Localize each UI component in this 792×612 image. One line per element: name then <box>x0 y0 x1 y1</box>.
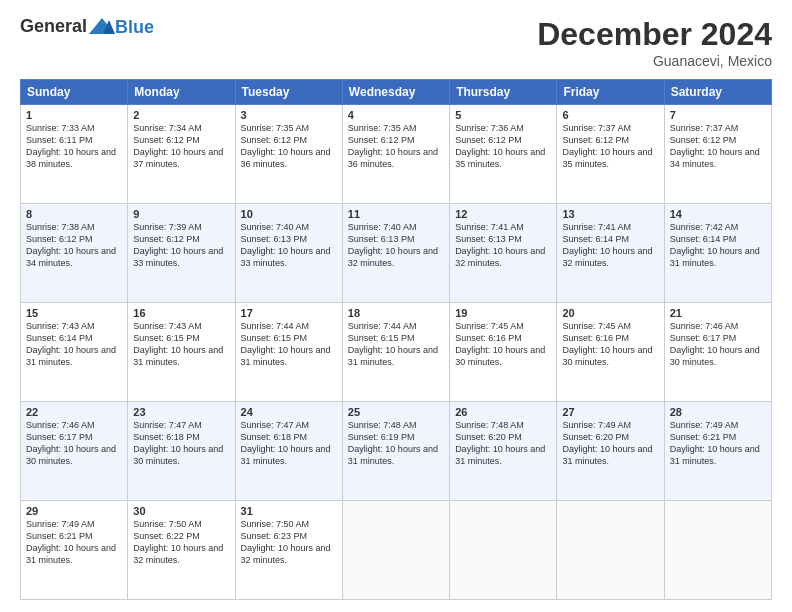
calendar-cell <box>450 501 557 600</box>
day-info: Sunrise: 7:35 AMSunset: 6:12 PMDaylight:… <box>348 122 444 171</box>
col-saturday: Saturday <box>664 80 771 105</box>
calendar-cell: 6Sunrise: 7:37 AMSunset: 6:12 PMDaylight… <box>557 105 664 204</box>
col-wednesday: Wednesday <box>342 80 449 105</box>
calendar-cell: 31Sunrise: 7:50 AMSunset: 6:23 PMDayligh… <box>235 501 342 600</box>
day-info: Sunrise: 7:41 AMSunset: 6:13 PMDaylight:… <box>455 221 551 270</box>
calendar-cell <box>557 501 664 600</box>
day-number: 7 <box>670 109 766 121</box>
day-info: Sunrise: 7:49 AMSunset: 6:20 PMDaylight:… <box>562 419 658 468</box>
calendar-row-4: 29Sunrise: 7:49 AMSunset: 6:21 PMDayligh… <box>21 501 772 600</box>
day-info: Sunrise: 7:44 AMSunset: 6:15 PMDaylight:… <box>241 320 337 369</box>
calendar-cell: 4Sunrise: 7:35 AMSunset: 6:12 PMDaylight… <box>342 105 449 204</box>
col-tuesday: Tuesday <box>235 80 342 105</box>
day-info: Sunrise: 7:49 AMSunset: 6:21 PMDaylight:… <box>670 419 766 468</box>
day-info: Sunrise: 7:48 AMSunset: 6:20 PMDaylight:… <box>455 419 551 468</box>
day-number: 31 <box>241 505 337 517</box>
calendar-cell: 12Sunrise: 7:41 AMSunset: 6:13 PMDayligh… <box>450 204 557 303</box>
day-number: 30 <box>133 505 229 517</box>
title-block: December 2024 Guanacevi, Mexico <box>537 16 772 69</box>
day-number: 20 <box>562 307 658 319</box>
calendar-cell: 27Sunrise: 7:49 AMSunset: 6:20 PMDayligh… <box>557 402 664 501</box>
calendar-cell: 2Sunrise: 7:34 AMSunset: 6:12 PMDaylight… <box>128 105 235 204</box>
calendar-cell: 5Sunrise: 7:36 AMSunset: 6:12 PMDaylight… <box>450 105 557 204</box>
day-number: 24 <box>241 406 337 418</box>
day-info: Sunrise: 7:47 AMSunset: 6:18 PMDaylight:… <box>241 419 337 468</box>
day-info: Sunrise: 7:37 AMSunset: 6:12 PMDaylight:… <box>670 122 766 171</box>
day-info: Sunrise: 7:36 AMSunset: 6:12 PMDaylight:… <box>455 122 551 171</box>
day-info: Sunrise: 7:40 AMSunset: 6:13 PMDaylight:… <box>241 221 337 270</box>
day-number: 19 <box>455 307 551 319</box>
day-number: 26 <box>455 406 551 418</box>
day-info: Sunrise: 7:39 AMSunset: 6:12 PMDaylight:… <box>133 221 229 270</box>
calendar-cell: 10Sunrise: 7:40 AMSunset: 6:13 PMDayligh… <box>235 204 342 303</box>
calendar-row-0: 1Sunrise: 7:33 AMSunset: 6:11 PMDaylight… <box>21 105 772 204</box>
calendar-row-2: 15Sunrise: 7:43 AMSunset: 6:14 PMDayligh… <box>21 303 772 402</box>
logo-blue: Blue <box>115 17 154 38</box>
day-info: Sunrise: 7:47 AMSunset: 6:18 PMDaylight:… <box>133 419 229 468</box>
day-info: Sunrise: 7:41 AMSunset: 6:14 PMDaylight:… <box>562 221 658 270</box>
day-number: 10 <box>241 208 337 220</box>
day-number: 13 <box>562 208 658 220</box>
calendar-cell: 9Sunrise: 7:39 AMSunset: 6:12 PMDaylight… <box>128 204 235 303</box>
day-info: Sunrise: 7:45 AMSunset: 6:16 PMDaylight:… <box>455 320 551 369</box>
calendar-cell: 22Sunrise: 7:46 AMSunset: 6:17 PMDayligh… <box>21 402 128 501</box>
calendar-cell: 20Sunrise: 7:45 AMSunset: 6:16 PMDayligh… <box>557 303 664 402</box>
day-number: 2 <box>133 109 229 121</box>
day-number: 28 <box>670 406 766 418</box>
day-info: Sunrise: 7:44 AMSunset: 6:15 PMDaylight:… <box>348 320 444 369</box>
day-info: Sunrise: 7:42 AMSunset: 6:14 PMDaylight:… <box>670 221 766 270</box>
col-friday: Friday <box>557 80 664 105</box>
day-number: 17 <box>241 307 337 319</box>
calendar-cell: 23Sunrise: 7:47 AMSunset: 6:18 PMDayligh… <box>128 402 235 501</box>
col-thursday: Thursday <box>450 80 557 105</box>
calendar-cell <box>342 501 449 600</box>
day-info: Sunrise: 7:50 AMSunset: 6:22 PMDaylight:… <box>133 518 229 567</box>
logo-icon <box>89 16 115 38</box>
calendar: Sunday Monday Tuesday Wednesday Thursday… <box>20 79 772 600</box>
calendar-cell <box>664 501 771 600</box>
logo-text: General <box>20 16 117 38</box>
day-number: 6 <box>562 109 658 121</box>
calendar-cell: 25Sunrise: 7:48 AMSunset: 6:19 PMDayligh… <box>342 402 449 501</box>
day-number: 8 <box>26 208 122 220</box>
day-number: 18 <box>348 307 444 319</box>
calendar-cell: 19Sunrise: 7:45 AMSunset: 6:16 PMDayligh… <box>450 303 557 402</box>
calendar-cell: 14Sunrise: 7:42 AMSunset: 6:14 PMDayligh… <box>664 204 771 303</box>
calendar-cell: 30Sunrise: 7:50 AMSunset: 6:22 PMDayligh… <box>128 501 235 600</box>
header: General Blue December 2024 Guanacevi, Me… <box>20 16 772 69</box>
main-title: December 2024 <box>537 16 772 53</box>
calendar-cell: 7Sunrise: 7:37 AMSunset: 6:12 PMDaylight… <box>664 105 771 204</box>
day-number: 29 <box>26 505 122 517</box>
day-number: 11 <box>348 208 444 220</box>
calendar-row-1: 8Sunrise: 7:38 AMSunset: 6:12 PMDaylight… <box>21 204 772 303</box>
day-number: 14 <box>670 208 766 220</box>
calendar-cell: 28Sunrise: 7:49 AMSunset: 6:21 PMDayligh… <box>664 402 771 501</box>
calendar-cell: 13Sunrise: 7:41 AMSunset: 6:14 PMDayligh… <box>557 204 664 303</box>
col-sunday: Sunday <box>21 80 128 105</box>
day-number: 25 <box>348 406 444 418</box>
day-info: Sunrise: 7:46 AMSunset: 6:17 PMDaylight:… <box>26 419 122 468</box>
day-info: Sunrise: 7:43 AMSunset: 6:15 PMDaylight:… <box>133 320 229 369</box>
day-number: 16 <box>133 307 229 319</box>
calendar-cell: 26Sunrise: 7:48 AMSunset: 6:20 PMDayligh… <box>450 402 557 501</box>
day-info: Sunrise: 7:35 AMSunset: 6:12 PMDaylight:… <box>241 122 337 171</box>
logo: General Blue <box>20 16 154 38</box>
day-number: 4 <box>348 109 444 121</box>
day-info: Sunrise: 7:46 AMSunset: 6:17 PMDaylight:… <box>670 320 766 369</box>
calendar-cell: 17Sunrise: 7:44 AMSunset: 6:15 PMDayligh… <box>235 303 342 402</box>
calendar-cell: 8Sunrise: 7:38 AMSunset: 6:12 PMDaylight… <box>21 204 128 303</box>
calendar-header-row: Sunday Monday Tuesday Wednesday Thursday… <box>21 80 772 105</box>
day-number: 15 <box>26 307 122 319</box>
day-info: Sunrise: 7:43 AMSunset: 6:14 PMDaylight:… <box>26 320 122 369</box>
day-info: Sunrise: 7:50 AMSunset: 6:23 PMDaylight:… <box>241 518 337 567</box>
day-number: 23 <box>133 406 229 418</box>
day-info: Sunrise: 7:33 AMSunset: 6:11 PMDaylight:… <box>26 122 122 171</box>
calendar-cell: 3Sunrise: 7:35 AMSunset: 6:12 PMDaylight… <box>235 105 342 204</box>
calendar-cell: 21Sunrise: 7:46 AMSunset: 6:17 PMDayligh… <box>664 303 771 402</box>
day-number: 5 <box>455 109 551 121</box>
day-info: Sunrise: 7:40 AMSunset: 6:13 PMDaylight:… <box>348 221 444 270</box>
calendar-cell: 16Sunrise: 7:43 AMSunset: 6:15 PMDayligh… <box>128 303 235 402</box>
day-number: 9 <box>133 208 229 220</box>
day-number: 27 <box>562 406 658 418</box>
calendar-row-3: 22Sunrise: 7:46 AMSunset: 6:17 PMDayligh… <box>21 402 772 501</box>
